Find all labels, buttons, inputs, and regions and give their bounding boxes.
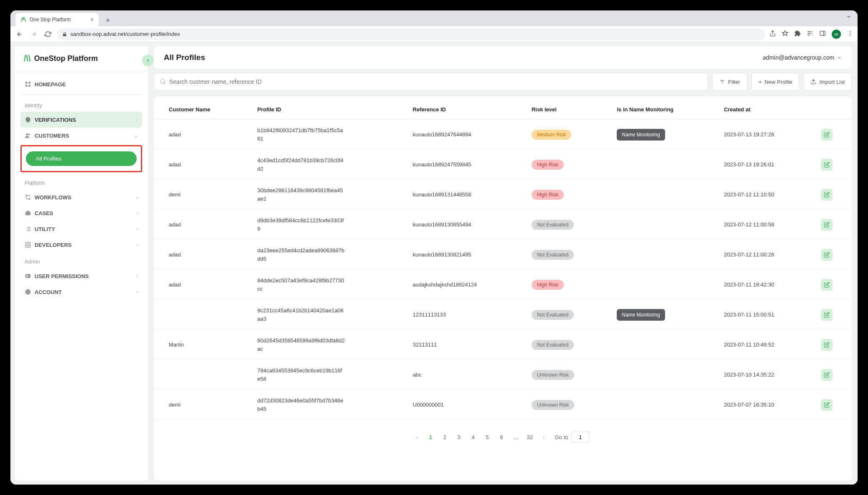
col-monitoring[interactable]: Is in Name Monitoring: [611, 100, 718, 120]
profiles-table: Customer Name Profile ID Reference ID Ri…: [154, 100, 852, 420]
cell-risk: High Risk: [526, 150, 611, 180]
collapse-sidebar-button[interactable]: [142, 55, 154, 66]
sidebar-item-developers[interactable]: DEVELOPERS ›: [20, 237, 142, 253]
chevron-down-icon: [837, 55, 842, 60]
share-icon[interactable]: [769, 30, 776, 38]
forward-button[interactable]: [29, 29, 39, 39]
brand-logo[interactable]: /\\ OneStop Platform: [15, 54, 148, 72]
sidebar-label: CASES: [35, 210, 53, 216]
risk-badge: High Risk: [532, 160, 564, 170]
page-number[interactable]: 1: [428, 434, 433, 440]
new-tab-button[interactable]: +: [102, 15, 114, 26]
cell-created-at: 2023-07-10 14:35:22: [718, 360, 815, 390]
page-number[interactable]: 32: [527, 434, 533, 440]
table-row[interactable]: demi dd72d30823de46e0a55f7bd7b346eb45 U0…: [154, 390, 852, 420]
reading-list-icon[interactable]: [807, 30, 813, 38]
edit-button[interactable]: [821, 129, 833, 141]
url-field[interactable]: sandbox-oop.advai.net/customer-profile/i…: [57, 28, 765, 40]
col-risk-level[interactable]: Risk level: [526, 100, 611, 120]
edit-button[interactable]: [821, 339, 833, 351]
table-row[interactable]: adad 84dde2ec507a43ef9ca428f9b27730cc as…: [154, 270, 852, 300]
filter-icon: [719, 79, 725, 85]
cell-name: [154, 300, 252, 330]
sidebar-item-all-profiles[interactable]: All Profiles: [26, 151, 137, 166]
import-icon: [810, 79, 816, 85]
cell-created-at: 2023-07-07 16:35:10: [718, 390, 815, 420]
reload-button[interactable]: [43, 29, 53, 39]
col-profile-id[interactable]: Profile ID: [252, 100, 407, 120]
sidebar-item-customers[interactable]: CUSTOMERS ⌄: [20, 128, 142, 143]
col-reference-id[interactable]: Reference ID: [407, 100, 526, 120]
cell-profile-id: 84dde2ec507a43ef9ca428f9b27730cc: [252, 270, 407, 300]
cell-profile-id: b1b842f80932471db7fb75ba1f5c5a61: [252, 120, 407, 150]
sidebar-item-utility[interactable]: UTILITY ›: [20, 221, 142, 237]
table-row[interactable]: demi 30bdee286116438c9804581f6ea45ae2 ku…: [154, 180, 852, 210]
page-numbers: 123456...32: [428, 434, 533, 440]
table-row[interactable]: 784ca634553845ec9c6ceb19b116fe58 abc Unk…: [154, 360, 852, 390]
cell-actions: [815, 270, 852, 300]
edit-button[interactable]: [821, 399, 833, 411]
sidebar: /\\ OneStop Platform HOMEPAGE Identity V…: [15, 46, 148, 480]
sidebar-item-cases[interactable]: CASES ›: [20, 205, 142, 221]
user-menu[interactable]: admin@advancegroup.com: [763, 54, 842, 61]
search-input[interactable]: [169, 78, 702, 85]
bookmark-icon[interactable]: [782, 30, 788, 38]
menu-icon[interactable]: [847, 30, 853, 38]
edit-button[interactable]: [821, 219, 833, 231]
chevron-right-icon: ›: [136, 289, 138, 294]
import-list-button[interactable]: Import List: [803, 73, 852, 90]
table-row[interactable]: Martin 60d2645d358546599a9f8d03dfa8d2ac …: [154, 330, 852, 360]
table-row[interactable]: adad d9db3e39df584cc6b1122fcefe3303f9 ku…: [154, 210, 852, 240]
extensions-icon[interactable]: [794, 30, 801, 38]
sidebar-item-verifications[interactable]: VERIFICATIONS ›: [20, 112, 142, 128]
sidebar-item-workflows[interactable]: WORKFLOWS ›: [20, 189, 142, 205]
cell-reference-id: asdajkshdajkshd18924124: [407, 270, 526, 300]
cell-actions: [815, 150, 852, 180]
page-title: All Profiles: [164, 53, 205, 62]
window-expand-icon[interactable]: [846, 14, 852, 21]
sidebar-item-account[interactable]: ACCOUNT ›: [20, 284, 142, 300]
table-row[interactable]: adad da23eee255ed4cd2adea89063687bdd5 ku…: [154, 240, 852, 270]
goto-input[interactable]: [571, 432, 590, 442]
page-number[interactable]: 3: [456, 434, 462, 440]
table-row[interactable]: 9c231cc45a6c41b2b140420ae1a08aa3 1231111…: [154, 300, 852, 330]
col-customer-name[interactable]: Customer Name: [154, 100, 252, 120]
cell-actions: [815, 210, 852, 240]
profile-avatar[interactable]: m: [832, 30, 841, 39]
sidebar-item-homepage[interactable]: HOMEPAGE: [20, 76, 142, 95]
svg-rect-12: [25, 212, 30, 216]
edit-button[interactable]: [821, 279, 833, 291]
page-next[interactable]: ›: [543, 434, 545, 440]
svg-rect-13: [25, 242, 28, 244]
browser-tab[interactable]: One Stop Platform ×: [15, 13, 99, 26]
page-number[interactable]: 5: [484, 434, 490, 440]
col-created-at[interactable]: Created at: [718, 100, 815, 120]
search-input-wrapper[interactable]: [154, 73, 708, 90]
edit-button[interactable]: [821, 369, 833, 381]
back-button[interactable]: [15, 29, 25, 39]
cell-profile-id: 9c231cc45a6c41b2b140420ae1a08aa3: [252, 300, 407, 330]
edit-button[interactable]: [821, 189, 833, 201]
filter-button[interactable]: Filter: [712, 73, 747, 90]
side-panel-icon[interactable]: [819, 30, 826, 38]
cell-monitoring: [611, 330, 718, 360]
close-tab-icon[interactable]: ×: [90, 16, 94, 23]
edit-button[interactable]: [821, 159, 833, 171]
page-prev[interactable]: ‹: [416, 434, 418, 440]
table-row[interactable]: adad 4c43ed1cd5f24dd781b39cb726c0f4d2 ku…: [154, 150, 852, 180]
page-number[interactable]: 6: [498, 434, 504, 440]
cell-monitoring: [611, 240, 718, 270]
page-number[interactable]: 4: [470, 434, 476, 440]
new-profile-label: New Profile: [765, 79, 792, 85]
new-profile-button[interactable]: + New Profile: [751, 73, 799, 90]
svg-point-20: [161, 80, 165, 83]
table-header-row: Customer Name Profile ID Reference ID Ri…: [154, 100, 852, 120]
chevron-right-icon: ›: [136, 226, 138, 231]
edit-button[interactable]: [821, 309, 833, 321]
edit-button[interactable]: [821, 249, 833, 261]
sidebar-item-user-permissions[interactable]: USER PERMISSIONS ›: [20, 268, 142, 284]
page-number[interactable]: 2: [442, 434, 448, 440]
url-text: sandbox-oop.advai.net/customer-profile/i…: [70, 31, 180, 37]
table-row[interactable]: adad b1b842f80932471db7fb75ba1f5c5a61 ku…: [154, 120, 852, 150]
cell-actions: [815, 240, 852, 270]
